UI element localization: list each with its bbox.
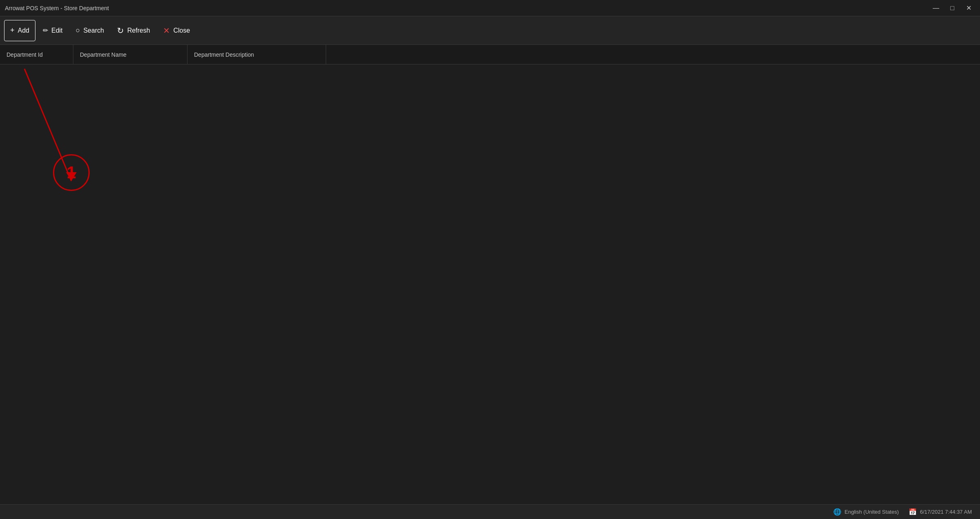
- table-header: Department Id Department Name Department…: [0, 45, 980, 64]
- window-title: Arrowat POS System - Store Department: [5, 5, 109, 11]
- add-button[interactable]: + Add: [4, 20, 35, 41]
- close-button-label: Close: [173, 27, 190, 34]
- edit-button-label: Edit: [51, 27, 63, 34]
- toolbar: + Add ✏ Edit ○ Search ↻ Refresh ✕ Close: [0, 16, 980, 45]
- maximize-button[interactable]: □: [946, 2, 959, 15]
- annotation-overlay: 1: [0, 64, 980, 504]
- close-icon: ✕: [163, 26, 170, 35]
- add-button-label: Add: [18, 27, 29, 34]
- edit-button[interactable]: ✏ Edit: [37, 20, 68, 41]
- close-button[interactable]: ✕ Close: [157, 20, 196, 41]
- title-bar: Arrowat POS System - Store Department — …: [0, 0, 980, 16]
- search-button[interactable]: ○ Search: [70, 20, 110, 41]
- svg-marker-1: [66, 172, 77, 181]
- window-close-button[interactable]: ✕: [962, 2, 975, 15]
- annotation-circle: 1: [53, 154, 90, 191]
- refresh-icon: ↻: [117, 26, 124, 35]
- datetime-text: 6/17/2021 7:44:37 AM: [920, 509, 972, 515]
- annotation-number: 1: [66, 163, 76, 182]
- column-extra: [326, 45, 980, 64]
- column-dept-id: Department Id: [0, 45, 73, 64]
- refresh-button-label: Refresh: [127, 27, 150, 34]
- language-status: 🌐 English (United States): [833, 508, 899, 516]
- language-icon: 🌐: [833, 508, 841, 516]
- language-text: English (United States): [845, 509, 899, 515]
- svg-line-0: [24, 69, 71, 181]
- calendar-icon: 📅: [909, 508, 917, 516]
- column-dept-desc: Department Description: [188, 45, 326, 64]
- add-icon: +: [10, 26, 15, 35]
- minimize-button[interactable]: —: [929, 2, 942, 15]
- search-button-label: Search: [83, 27, 104, 34]
- annotation-arrow: [0, 64, 980, 504]
- window-controls: — □ ✕: [929, 2, 975, 15]
- search-icon: ○: [76, 26, 80, 35]
- edit-icon: ✏: [43, 27, 48, 34]
- status-bar: 🌐 English (United States) 📅 6/17/2021 7:…: [0, 504, 980, 519]
- datetime-status: 📅 6/17/2021 7:44:37 AM: [909, 508, 972, 516]
- column-dept-name: Department Name: [73, 45, 188, 64]
- main-content: 1: [0, 64, 980, 504]
- refresh-button[interactable]: ↻ Refresh: [111, 20, 156, 41]
